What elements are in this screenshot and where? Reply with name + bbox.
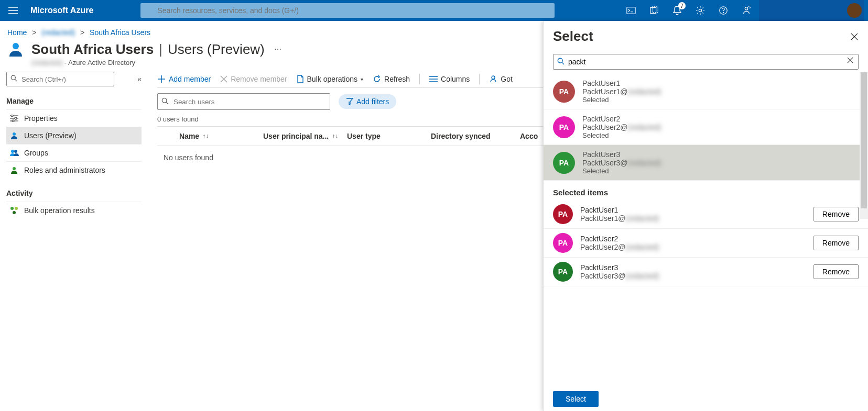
select-panel: Select PA PacktUser1 PacktUser1@(redacte… <box>543 21 868 411</box>
bulk-operations-button[interactable]: Bulk operations ▾ <box>297 75 364 83</box>
col-type[interactable]: User type <box>347 132 431 140</box>
svg-point-26 <box>10 207 14 210</box>
clear-search-button[interactable] <box>847 57 853 63</box>
col-name[interactable]: Name↑↓ <box>179 132 263 140</box>
close-panel-button[interactable] <box>850 32 859 41</box>
user-blade-icon <box>7 41 24 58</box>
got-feedback-button[interactable]: Got <box>489 75 513 83</box>
help-icon[interactable] <box>713 0 734 21</box>
remove-button[interactable]: Remove <box>813 264 859 279</box>
directory-switch-icon[interactable] <box>644 0 665 21</box>
selected-name: PacktUser1 <box>580 206 806 214</box>
svg-point-11 <box>723 13 723 13</box>
svg-point-24 <box>14 150 17 153</box>
svg-point-21 <box>12 120 14 122</box>
result-name: PacktUser3 <box>582 150 661 159</box>
selected-name: PacktUser2 <box>580 235 806 243</box>
remove-member-button[interactable]: Remove member <box>220 75 287 83</box>
chevron-down-icon: ▾ <box>361 76 363 82</box>
add-filters-button[interactable]: Add filters <box>339 94 396 109</box>
collapse-sidebar-icon[interactable]: « <box>137 75 142 83</box>
result-status: Selected <box>582 131 661 139</box>
page-title: South Africa Users <box>31 41 154 58</box>
selected-email: PacktUser1@(redacted) <box>580 214 806 223</box>
result-email: PacktUser3@(redacted) <box>582 159 661 167</box>
more-actions[interactable]: ⋯ <box>274 45 281 53</box>
sidebar-category-activity: Activity <box>6 189 142 197</box>
cloud-shell-icon[interactable] <box>621 0 642 21</box>
col-dsync[interactable]: Directory synced <box>431 132 520 140</box>
svg-point-25 <box>13 167 16 170</box>
add-member-button[interactable]: Add member <box>157 75 211 83</box>
properties-icon <box>9 115 19 122</box>
svg-line-15 <box>15 80 17 82</box>
remove-button[interactable]: Remove <box>813 236 859 250</box>
groups-icon <box>9 149 19 157</box>
sort-icon: ↑↓ <box>332 132 338 140</box>
refresh-button[interactable]: Refresh <box>373 75 410 83</box>
result-item[interactable]: PA PacktUser2 PacktUser2@(redacted) Sele… <box>544 109 868 145</box>
scrollbar[interactable] <box>860 72 868 219</box>
notifications-icon[interactable]: 7 <box>667 0 688 21</box>
svg-rect-5 <box>627 7 635 14</box>
remove-button[interactable]: Remove <box>813 207 859 221</box>
selected-items: PA PacktUser1 PacktUser1@(redacted) Remo… <box>544 200 868 286</box>
global-search[interactable] <box>140 3 555 18</box>
sort-icon: ↑↓ <box>202 132 209 140</box>
settings-icon[interactable] <box>690 0 711 21</box>
svg-point-27 <box>15 207 18 210</box>
selected-email: PacktUser2@(redacted) <box>580 243 806 251</box>
svg-line-42 <box>562 62 564 64</box>
breadcrumb-home[interactable]: Home <box>7 28 27 37</box>
panel-search-input[interactable] <box>553 54 859 70</box>
breadcrumb-current[interactable]: South Africa Users <box>90 28 150 37</box>
search-results: PA PacktUser1 PacktUser1@(redacted) Sele… <box>544 74 868 181</box>
hamburger-menu[interactable] <box>0 7 26 14</box>
avatar: PA <box>553 116 575 138</box>
account-menu[interactable] <box>759 0 864 21</box>
selected-email: PacktUser3@(redacted) <box>580 272 806 280</box>
sidebar-item-bulk-results[interactable]: Bulk operation results <box>6 202 142 219</box>
svg-point-23 <box>11 150 14 153</box>
sidebar-item-users[interactable]: Users (Preview) <box>6 127 142 144</box>
feedback-icon[interactable] <box>736 0 757 21</box>
selected-item: PA PacktUser1 PacktUser1@(redacted) Remo… <box>544 200 868 229</box>
svg-point-19 <box>11 115 13 117</box>
sidebar-item-roles[interactable]: Roles and administrators <box>6 161 142 179</box>
result-email: PacktUser1@(redacted) <box>582 87 661 96</box>
selected-items-header: Selected items <box>544 181 868 200</box>
svg-point-20 <box>15 117 17 119</box>
sidebar-item-properties[interactable]: Properties <box>6 109 142 127</box>
avatar: PA <box>553 81 575 103</box>
page-subtitle: Users (Preview) <box>168 41 265 58</box>
global-header: Microsoft Azure 7 <box>0 0 868 21</box>
bulk-icon <box>9 206 19 215</box>
result-item[interactable]: PA PacktUser1 PacktUser1@(redacted) Sele… <box>544 74 868 109</box>
columns-button[interactable]: Columns <box>429 75 470 83</box>
search-icon <box>161 97 169 105</box>
avatar: PA <box>553 204 573 224</box>
select-button[interactable]: Select <box>553 391 599 407</box>
selected-item: PA PacktUser3 PacktUser3@(redacted) Remo… <box>544 258 868 286</box>
roles-icon <box>9 166 19 174</box>
svg-point-36 <box>492 76 495 79</box>
svg-point-12 <box>745 7 747 10</box>
search-users-input[interactable] <box>157 93 330 110</box>
svg-point-13 <box>13 43 19 49</box>
result-status: Selected <box>582 167 661 175</box>
breadcrumb-tenant[interactable]: (redacted) <box>41 28 75 37</box>
result-status: Selected <box>582 96 661 104</box>
sidebar-item-groups[interactable]: Groups <box>6 144 142 161</box>
svg-point-28 <box>13 211 16 214</box>
sidebar-search[interactable] <box>6 72 114 86</box>
col-upn[interactable]: User principal na...↑↓ <box>263 132 347 140</box>
avatar: PA <box>553 152 575 174</box>
search-icon <box>557 58 565 65</box>
user-icon <box>9 131 19 140</box>
result-item[interactable]: PA PacktUser3 PacktUser3@(redacted) Sele… <box>544 145 868 181</box>
svg-line-38 <box>166 102 168 104</box>
avatar: PA <box>553 233 573 253</box>
result-email: PacktUser2@(redacted) <box>582 123 661 131</box>
avatar <box>847 3 862 18</box>
brand-label: Microsoft Azure <box>30 6 93 15</box>
